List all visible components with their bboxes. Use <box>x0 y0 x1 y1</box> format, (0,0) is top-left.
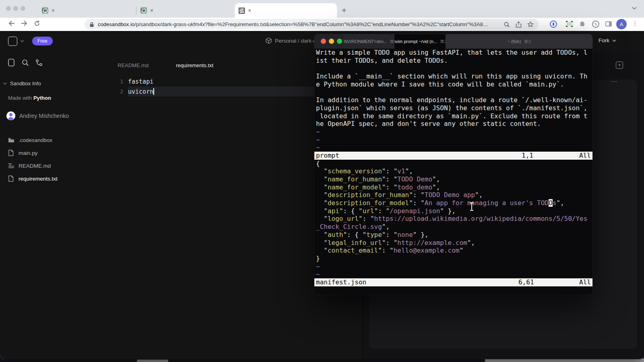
file-name: .codesandbox <box>19 137 52 143</box>
devtools-icon[interactable] <box>35 59 43 66</box>
browser-tab-1[interactable]: New chat × <box>38 3 136 18</box>
reload-icon[interactable] <box>34 20 40 27</box>
zoom-page-icon[interactable] <box>504 21 510 28</box>
file-item-requirements.txt[interactable]: requirements.txt <box>0 172 111 185</box>
browser-tab-active[interactable]: dark-grass-ukfm4x - CodeSan × <box>235 3 337 18</box>
extensions-puzzle-icon[interactable] <box>579 21 586 27</box>
tab-close-icon[interactable]: × <box>248 8 251 13</box>
line-number: 1 <box>111 78 128 84</box>
chevron-down-icon <box>3 82 7 85</box>
vim-filename: manifest.json <box>316 278 366 286</box>
terminal-text-line: e Python module where I save this code w… <box>314 80 592 88</box>
tab-close-icon[interactable]: × <box>150 8 153 13</box>
terminal-json-line: "contact_email": "hello@example.com" <box>314 247 592 255</box>
window-minimize-button[interactable] <box>13 6 18 11</box>
window-close-button[interactable] <box>6 6 11 11</box>
new-tab-button[interactable]: + <box>342 6 347 14</box>
author-row[interactable]: Andrey Mishchenko <box>6 111 69 120</box>
vim-scroll-indicator: All <box>579 278 591 286</box>
tab-title: dark-grass-ukfm4x - CodeSan <box>239 8 244 13</box>
terminal-tab-fish[interactable]: ~ (fish) ⌘3 <box>446 34 592 49</box>
terminal-body[interactable]: Write a simple TODO app using FastAPI, t… <box>314 49 592 294</box>
editor-caret <box>153 88 154 95</box>
profile-avatar[interactable]: A <box>616 19 627 29</box>
file-item-main.py[interactable]: main.py <box>0 146 111 159</box>
screen-capture-extension-icon[interactable] <box>566 21 573 27</box>
cube-icon <box>266 37 272 44</box>
terminal-text-line <box>314 64 592 72</box>
author-name: Andrey Mishchenko <box>19 113 69 119</box>
vim-filename: prompt <box>316 152 339 159</box>
terminal-json-line: "schema_version": "v1", <box>314 167 592 175</box>
panel-menu-icon[interactable]: ⋯ <box>611 78 618 85</box>
forward-icon[interactable] <box>21 20 28 27</box>
terminal-text-line <box>314 88 592 96</box>
terminal-text-line: ist their TODOs, and delete TODOs. <box>314 57 592 65</box>
made-with: Made with Python <box>8 95 51 101</box>
terminal-minimize-button[interactable] <box>329 39 334 44</box>
grammarly-extension-icon[interactable]: ϟ <box>592 21 599 28</box>
terminal-json-line: { <box>314 160 592 168</box>
workspace-chevron-icon[interactable] <box>20 40 24 42</box>
terminal-json-line: "legal_info_url": "http://example.com", <box>314 239 592 247</box>
terminal-titlebar[interactable]: ENVIRONMENT=dev... ⌘1 nvim prompt ~/vid … <box>314 34 592 49</box>
onepassword-extension-icon[interactable] <box>550 21 557 28</box>
plan-badge[interactable]: Free <box>32 37 53 45</box>
file-explorer-icon[interactable] <box>8 59 15 66</box>
vim-scroll-indicator: All <box>579 152 591 160</box>
terminal-json-line: ~ <box>314 270 592 278</box>
file-icon <box>8 175 14 182</box>
browser-tab-strip: New chat × New chat × dark-grass-ukfm4x … <box>0 0 644 18</box>
browser-tab-2[interactable]: New chat × <box>136 3 235 18</box>
browser-menu-icon[interactable]: ⋮ <box>632 20 638 27</box>
editor-tab-readme[interactable]: README.md <box>118 62 149 68</box>
template-name: Python <box>33 95 51 101</box>
vim-window-manifest: { "schema_version": "v1", "name_for_huma… <box>314 160 592 278</box>
url-text: codesandbox.io/p/sandbox/dark-grass-ukfm… <box>98 21 498 27</box>
tab-title: New chat <box>42 8 47 13</box>
breadcrumb[interactable]: Personal / dark-grass-ukfm4x <box>266 37 314 44</box>
file-name: requirements.txt <box>19 176 58 182</box>
editor-tab-requirements[interactable]: requirements.txt <box>176 62 213 68</box>
url-domain: codesandbox.io <box>98 21 134 27</box>
terminal-text-line: plugin.json` which serves (as JSON) the … <box>314 104 592 112</box>
share-icon[interactable] <box>516 21 522 28</box>
codesandbox-logo[interactable] <box>8 37 17 46</box>
terminal-close-button[interactable] <box>321 39 326 44</box>
file-item-README.md[interactable]: README.md <box>0 159 111 172</box>
window-zoom-button[interactable] <box>21 6 25 11</box>
bookmark-star-icon[interactable] <box>527 21 534 27</box>
sidebar-section-sandbox-info[interactable]: Sandbox Info <box>3 80 41 86</box>
vim-command-line <box>314 286 592 294</box>
tab-shortcut: ⌘2 <box>440 39 446 44</box>
file-item-.codesandbox[interactable]: .codesandbox <box>0 134 111 146</box>
search-icon[interactable] <box>22 59 29 66</box>
url-bar[interactable]: codesandbox.io/p/sandbox/dark-grass-ukfm… <box>85 19 539 30</box>
desktop-chip <box>137 360 168 362</box>
tab-shortcut: ⌘3 <box>524 39 530 44</box>
terminal-json-line: } <box>314 255 592 263</box>
fork-button[interactable]: Fork <box>599 37 616 43</box>
tab-search-chevron-icon[interactable] <box>632 7 637 10</box>
terminal-tab-environment[interactable]: ENVIRONMENT=dev... ⌘1 <box>343 34 394 49</box>
back-icon[interactable] <box>8 20 15 27</box>
file-icon <box>8 150 14 156</box>
terminal-zoom-button[interactable] <box>337 39 342 44</box>
terminal-tab-nvim[interactable]: nvim prompt ~/vid (n... ⌘2 <box>394 34 446 49</box>
terminal-text-line: he OpenAPI spec, and don't serve any oth… <box>314 120 592 128</box>
terminal-text-line: Write a simple TODO app using FastAPI, t… <box>314 49 592 57</box>
browser-toolbar: codesandbox.io/p/sandbox/dark-grass-ukfm… <box>0 18 644 31</box>
screen: New chat × New chat × dark-grass-ukfm4x … <box>0 0 644 362</box>
terminal-json-line: "name_for_human": "TODO Demo", <box>314 175 592 183</box>
sidebar-toggle-icon[interactable] <box>605 21 612 27</box>
workspace-path: Personal / dark-grass-ukfm4x <box>275 38 314 44</box>
add-panel-button[interactable]: + <box>616 62 623 69</box>
terminal-text-line: located in the same directory as `main.p… <box>314 112 592 120</box>
terminal-json-line: ~ <box>314 263 592 271</box>
terminal-window[interactable]: ENVIRONMENT=dev... ⌘1 nvim prompt ~/vid … <box>314 34 592 295</box>
terminal-text-line: Include a `__main__` section which will … <box>314 72 592 80</box>
tab-close-icon[interactable]: × <box>52 8 55 13</box>
terminal-json-line: "auth": { "type": "none" }, <box>314 231 592 239</box>
vim-tilde-line: ~ <box>314 136 592 144</box>
tab-title: nvim prompt ~/vid (n... <box>394 39 437 44</box>
